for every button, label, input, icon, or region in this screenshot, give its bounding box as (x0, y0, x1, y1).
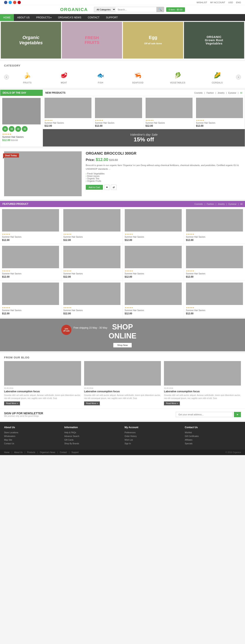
blog-img-1 (4, 361, 81, 386)
deal-today-section: Deal Today ORGANIC BROCCOLI 300GR Price:… (0, 148, 245, 199)
footer-gift-certificates[interactable]: Gift Certificates (185, 434, 241, 438)
search-input[interactable] (116, 7, 156, 12)
footer-map-site[interactable]: Map Site (4, 438, 60, 442)
filter-all[interactable]: All (240, 92, 242, 94)
footer-bottom-home[interactable]: Home (4, 451, 10, 454)
cat-prev-arrow[interactable]: ‹ (4, 75, 9, 80)
footer-specials[interactable]: Specials (185, 442, 241, 446)
deal-feature-list: Fresh Vegetables Dried Juices Organic Te… (86, 172, 241, 182)
footer-preferences[interactable]: Preferences (125, 431, 181, 434)
category-select[interactable]: All Categories (94, 7, 116, 12)
new-products-title: NEW PRODUCTS (45, 92, 66, 94)
wishlist-icon-button[interactable]: ♥ (104, 184, 109, 190)
feat-card-6: ★★★★★ Summer Hair Saviors $12.00 (61, 244, 122, 280)
blog-post-title-3: Laborative consumption focus (164, 390, 241, 393)
product-card-2: ★★★★★ Summer Hair Saviors $12.00 (93, 96, 144, 129)
newsletter-form: ➤ (176, 412, 241, 417)
meat-icon: 🥩 (59, 70, 69, 80)
hero-banner-root[interactable]: ORGANICGrown RootVegetables (184, 22, 244, 58)
search-button[interactable]: 🔍 (156, 7, 164, 12)
feat-filter-cosmetic[interactable]: Cosmetic (194, 203, 203, 205)
nav-home[interactable]: HOME (0, 14, 14, 21)
currency-link[interactable]: USD (228, 1, 233, 4)
footer-bottom-news[interactable]: Organica's News (40, 451, 55, 454)
cat-fruits[interactable]: 🍌 FRUITS (19, 69, 36, 85)
newsletter-title: SIGN UP FOR NEWSLETTER (4, 412, 43, 415)
footer-contact-us[interactable]: Contact Us (4, 442, 60, 446)
cat-cereals[interactable]: 🌽 CEREALS (209, 69, 226, 85)
feat-filter-eyewear[interactable]: Eyewear (228, 203, 236, 205)
cat-meat[interactable]: 🥩 MEAT (56, 69, 72, 85)
hero-banner-egg[interactable]: EggOff all sale items (123, 22, 183, 58)
product-name-1: Summer Hair Saviors (45, 122, 91, 124)
blog-post-2: 20.05.2016 Laborative consumption focus … (84, 361, 161, 405)
deals-panel: DEALS OF THE DAY 15 15 15 15 ★★★★★ Summe… (0, 90, 43, 147)
feat-filter-all[interactable]: All (240, 203, 242, 205)
feat-name-6: Summer Hair Saviors (63, 272, 120, 275)
timer-minutes: 15 (9, 126, 15, 132)
add-to-cart-button[interactable]: Add to Cart (86, 185, 103, 190)
feat-name-2: Summer Hair Saviors (63, 236, 120, 238)
read-more-btn-1[interactable]: Read More » (4, 402, 20, 405)
google-plus-icon[interactable] (13, 1, 16, 4)
footer-affiliates[interactable]: Affiliates (185, 438, 241, 442)
footer-advance-search[interactable]: Advance Search (64, 434, 120, 438)
vegetables-icon: 🥬 (172, 70, 183, 80)
footer-bottom-support[interactable]: Support (72, 451, 79, 454)
feat-price-9: $12.00 (2, 312, 59, 315)
newsletter-submit-button[interactable]: ➤ (234, 412, 241, 417)
search-group: All Categories 🔍 (94, 7, 164, 12)
product-name-3: Summer Hair Saviors (146, 122, 192, 124)
cat-next-arrow[interactable]: › (236, 75, 241, 80)
footer-wishlist-link[interactable]: Wishlist (185, 431, 241, 434)
language-link[interactable]: ENG (236, 1, 241, 4)
feat-price-7: $12.00 (125, 276, 182, 278)
read-more-btn-2[interactable]: Read More » (84, 402, 100, 405)
category-section: CATEGORY ‹ 🍌 FRUITS 🥩 MEAT 🐟 FISH 🦐 SEAF… (0, 61, 245, 88)
newsletter-email-input[interactable] (176, 412, 233, 417)
facebook-icon[interactable] (4, 1, 7, 4)
twitter-icon[interactable] (9, 1, 12, 4)
filter-cosmetic[interactable]: Cosmetic (194, 92, 203, 94)
footer-store-locations[interactable]: Store Locations (4, 431, 60, 434)
footer-shop-brands[interactable]: Shop By Brands (64, 442, 120, 446)
pinterest-icon[interactable] (18, 1, 21, 4)
footer-bottom-about[interactable]: About Us (14, 451, 23, 454)
read-more-btn-3[interactable]: Read More » (164, 402, 180, 405)
footer-sign-in[interactable]: Sign In (125, 442, 181, 446)
deal-feature-4: Organic Fruits (86, 180, 241, 182)
compare-icon-button[interactable]: ⇄ (111, 184, 117, 190)
footer-order-history[interactable]: Order History (125, 434, 181, 438)
filter-fashion[interactable]: Fashion (207, 92, 214, 94)
cat-seafood[interactable]: 🦐 SEAFOOD (129, 69, 147, 85)
footer-bottom-products[interactable]: Products (27, 451, 35, 454)
footer-gift-cards[interactable]: Gift Cards (64, 438, 120, 442)
filter-eyewear[interactable]: Eyewear (228, 92, 236, 94)
filter-jewelry[interactable]: Jewelry (218, 92, 224, 94)
nav-about[interactable]: ABOUT US (14, 14, 33, 21)
feat-filter-fashion[interactable]: Fashion (207, 203, 214, 205)
nav-news[interactable]: ORGANICA'S NEWS (55, 14, 85, 21)
hero-banner-fruits[interactable]: FRESHFRUITS (62, 22, 122, 58)
featured-filters: Cosmetic | Fashion | Jewelry | Eyewear |… (194, 203, 242, 205)
cat-fish[interactable]: 🐟 FISH (93, 69, 109, 85)
deal-feature-1: Fresh Vegetables (86, 172, 241, 175)
footer-help-faq[interactable]: Help & FAQs (64, 431, 120, 434)
footer-wholesalers[interactable]: Wholesalers (4, 434, 60, 438)
nav-contact[interactable]: CONTACT (85, 14, 103, 21)
feat-filter-jewelry[interactable]: Jewelry (218, 203, 225, 205)
deal-today-tag: Deal Today (3, 154, 19, 158)
footer-bottom-contact[interactable]: Contact (60, 451, 67, 454)
footer-wish-list[interactable]: Wish List (125, 438, 181, 442)
cat-vegetables[interactable]: 🥬 VEGETABLES (167, 69, 188, 85)
shop-now-button[interactable]: Shop Now (113, 343, 132, 348)
nav-products[interactable]: PRODUCTS (33, 14, 55, 21)
hero-banner-vegetables[interactable]: OrganicVegetables (1, 22, 61, 58)
wishlist-link[interactable]: WISHLIST (197, 1, 207, 4)
site-logo: ORGANICA (60, 7, 88, 12)
deals-timers: 15 15 15 15 (2, 126, 41, 132)
account-link[interactable]: MY ACCOUNT (210, 1, 225, 4)
cart-button[interactable]: 0 item - $0.00 (166, 7, 185, 12)
nav-support[interactable]: SUPPORT (103, 14, 121, 21)
blog-img-3 (164, 361, 241, 386)
